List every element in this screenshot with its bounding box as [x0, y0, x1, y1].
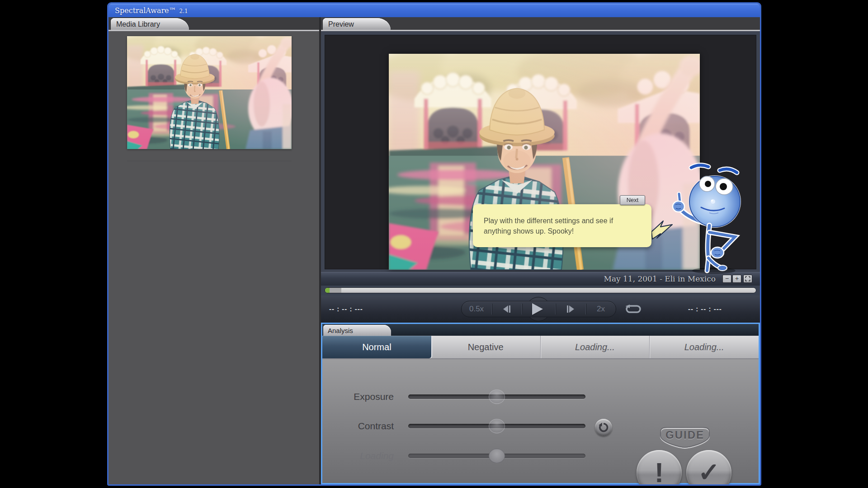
mode-tab-label: Loading...: [575, 342, 615, 352]
mode-tab-label: Loading...: [684, 342, 724, 352]
media-list-separator: [127, 161, 292, 162]
next-frame-icon: [566, 305, 575, 314]
tab-preview[interactable]: Preview: [323, 18, 391, 30]
zoom-in-button[interactable]: +: [732, 275, 741, 283]
analysis-header: Analysis: [322, 324, 759, 336]
tooltip-line-2: anything shows up. Spooky!: [484, 226, 613, 236]
tooltip-line-1: Play with the different settings and see…: [484, 216, 613, 226]
prev-frame-button[interactable]: [492, 301, 522, 317]
guide-button-label: GUIDE: [654, 429, 716, 441]
scrubber-strip: [321, 286, 760, 296]
transport-bar: -- : -- : --- -- : -- : --- 0.5x 2x: [321, 296, 760, 323]
scrubber-progress: [325, 288, 330, 293]
loading-slider: [408, 454, 585, 458]
next-button-label: Next: [627, 197, 639, 203]
mode-tab-negative[interactable]: Negative: [431, 336, 540, 358]
tab-preview-label: Preview: [328, 20, 354, 28]
app-version: 2.1: [179, 8, 188, 14]
tooltip-pointer: [651, 219, 676, 242]
media-thumbnail[interactable]: [127, 36, 292, 149]
time-display-right: -- : -- : ---: [688, 302, 722, 316]
play-icon: [532, 303, 543, 315]
mode-tab-label: Negative: [468, 342, 504, 352]
reset-icon: [598, 422, 609, 433]
slider-label-contrast: Contrast: [322, 419, 394, 433]
tab-analysis[interactable]: Analysis: [323, 325, 391, 336]
speed-up-label: 2x: [597, 305, 605, 314]
timeline-scrubber[interactable]: [325, 287, 756, 293]
tab-media-library-label: Media Library: [116, 20, 160, 28]
title-bar[interactable]: SpectralAware™2.1: [108, 4, 760, 17]
speed-down-label: 0.5x: [469, 305, 484, 314]
media-library-panel: [108, 31, 319, 484]
alert-button[interactable]: !: [637, 450, 682, 486]
loop-icon: [625, 304, 642, 314]
fullscreen-button[interactable]: [743, 275, 752, 283]
analysis-panel: Analysis Normal Negative Loading... Load…: [321, 323, 760, 484]
confirm-icon: ✓: [698, 457, 720, 486]
time-display-left: -- : -- : ---: [329, 302, 363, 316]
reset-button[interactable]: [595, 419, 612, 436]
preview-canvas: Next Play with the different settings an…: [325, 35, 756, 269]
loop-button[interactable]: [625, 304, 642, 316]
guide-tooltip: Play with the different settings and see…: [473, 204, 651, 247]
tab-media-library[interactable]: Media Library: [111, 18, 189, 30]
app-title: SpectralAware™2.1: [115, 4, 188, 19]
slider-label-exposure: Exposure: [322, 390, 394, 404]
zoom-out-button[interactable]: −: [722, 275, 731, 283]
mode-tab-label: Normal: [362, 342, 391, 352]
zoom-out-label: −: [725, 275, 729, 282]
zoom-in-label: +: [735, 275, 739, 282]
speed-up-button[interactable]: 2x: [586, 301, 616, 317]
mascot-character: [666, 162, 757, 275]
tab-analysis-label: Analysis: [328, 327, 353, 334]
prev-frame-icon: [502, 305, 511, 314]
mode-tab-loading-1: Loading...: [540, 336, 650, 358]
slider-thumb-0[interactable]: [489, 389, 505, 404]
scrubber-buffer: [330, 288, 341, 293]
confirm-button[interactable]: ✓: [686, 450, 731, 486]
preview-panel: Next Play with the different settings an…: [321, 31, 760, 272]
app-window: SpectralAware™2.1 Media Library Preview: [107, 2, 761, 486]
next-button[interactable]: Next: [620, 195, 645, 205]
exposure-slider[interactable]: [408, 394, 585, 399]
slider-thumb-1[interactable]: [489, 419, 505, 433]
media-thumbnail-image: [127, 36, 292, 149]
mode-tab-normal[interactable]: Normal: [322, 336, 431, 358]
alert-icon: !: [655, 457, 664, 486]
analysis-body: Exposure Contrast Loading: [322, 359, 759, 483]
guide-button[interactable]: GUIDE: [654, 425, 716, 450]
contrast-slider[interactable]: [408, 424, 585, 428]
speed-down-button[interactable]: 0.5x: [462, 301, 491, 317]
slider-label-loading: Loading: [322, 449, 394, 463]
analysis-mode-tabbar: Normal Negative Loading... Loading...: [322, 336, 759, 359]
fullscreen-icon: [745, 276, 750, 282]
slider-thumb-2: [489, 449, 505, 463]
panel-tab-strip: [108, 17, 760, 31]
next-frame-button[interactable]: [556, 301, 585, 317]
mode-tab-loading-2: Loading...: [649, 336, 759, 358]
